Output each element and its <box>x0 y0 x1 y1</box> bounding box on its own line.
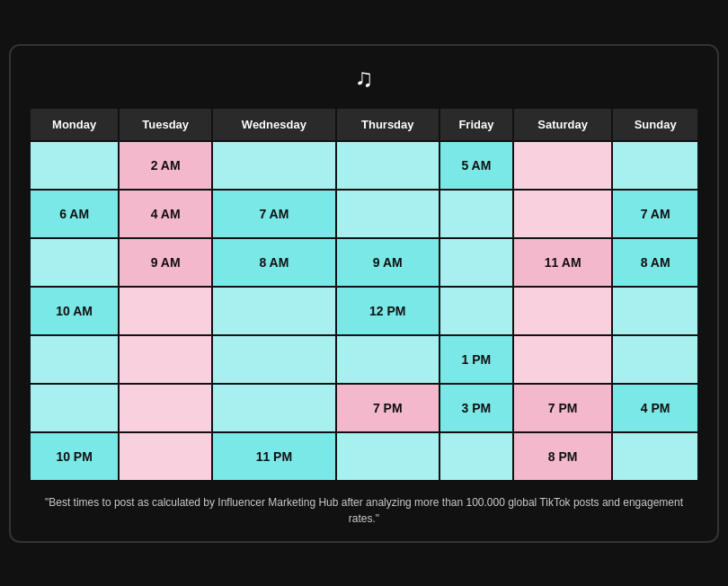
footer-text: "Best times to post as calculated by Inf… <box>29 494 699 527</box>
table-cell <box>513 335 612 384</box>
table-cell: 5 AM <box>439 141 513 190</box>
col-header-saturday: Saturday <box>513 108 612 141</box>
tiktok-logo-icon: ♫ <box>29 64 699 93</box>
table-cell: 7 AM <box>212 190 336 238</box>
table-cell <box>513 190 612 238</box>
col-header-sunday: Sunday <box>612 108 698 141</box>
header-row: MondayTuesdayWednesdayThursdayFridaySatu… <box>30 108 698 141</box>
schedule-table: MondayTuesdayWednesdayThursdayFridaySatu… <box>29 107 699 482</box>
table-cell <box>612 141 698 190</box>
table-cell <box>612 335 698 384</box>
table-cell: 12 PM <box>336 287 439 335</box>
header: ♫ <box>29 64 699 93</box>
table-cell <box>119 335 212 384</box>
table-cell: 4 AM <box>119 190 212 238</box>
table-cell <box>612 287 698 335</box>
table-cell <box>513 141 612 190</box>
table-cell <box>439 287 513 335</box>
table-cell <box>119 384 212 432</box>
col-header-wednesday: Wednesday <box>212 108 336 141</box>
table-cell: 8 AM <box>212 238 336 287</box>
table-cell: 3 PM <box>439 384 513 432</box>
table-cell <box>30 335 119 384</box>
table-cell: 7 PM <box>513 384 612 432</box>
col-header-tuesday: Tuesday <box>119 108 212 141</box>
col-header-thursday: Thursday <box>336 108 439 141</box>
table-cell <box>439 190 513 238</box>
table-cell: 1 PM <box>439 335 513 384</box>
table-cell: 8 PM <box>513 432 612 481</box>
table-row: 10 PM11 PM8 PM <box>30 432 698 481</box>
table-cell <box>212 287 336 335</box>
table-cell: 10 PM <box>30 432 119 481</box>
table-cell: 6 AM <box>30 190 119 238</box>
table-cell <box>336 432 439 481</box>
table-cell <box>212 335 336 384</box>
table-cell <box>212 141 336 190</box>
table-header: MondayTuesdayWednesdayThursdayFridaySatu… <box>30 108 698 141</box>
table-cell: 9 AM <box>336 238 439 287</box>
table-cell <box>30 384 119 432</box>
table-cell <box>439 238 513 287</box>
table-row: 1 PM <box>30 335 698 384</box>
table-cell: 7 AM <box>612 190 698 238</box>
table-row: 9 AM8 AM9 AM11 AM8 AM <box>30 238 698 287</box>
table-cell: 4 PM <box>612 384 698 432</box>
table-cell: 10 AM <box>30 287 119 335</box>
table-row: 10 AM12 PM <box>30 287 698 335</box>
table-cell <box>336 141 439 190</box>
table-cell: 2 AM <box>119 141 212 190</box>
table-cell <box>612 432 698 481</box>
table-row: 7 PM3 PM7 PM4 PM <box>30 384 698 432</box>
col-header-monday: Monday <box>30 108 119 141</box>
table-cell <box>336 190 439 238</box>
table-cell <box>336 335 439 384</box>
table-cell: 7 PM <box>336 384 439 432</box>
table-cell <box>119 287 212 335</box>
table-cell <box>439 432 513 481</box>
table-cell <box>513 287 612 335</box>
table-cell: 8 AM <box>612 238 698 287</box>
col-header-friday: Friday <box>439 108 513 141</box>
table-cell <box>30 238 119 287</box>
table-row: 2 AM5 AM <box>30 141 698 190</box>
main-card: ♫ MondayTuesdayWednesdayThursdayFridaySa… <box>9 44 719 543</box>
table-cell: 11 PM <box>212 432 336 481</box>
table-cell <box>119 432 212 481</box>
table-body: 2 AM5 AM6 AM4 AM7 AM7 AM9 AM8 AM9 AM11 A… <box>30 141 698 481</box>
table-row: 6 AM4 AM7 AM7 AM <box>30 190 698 238</box>
table-cell: 9 AM <box>119 238 212 287</box>
table-cell <box>30 141 119 190</box>
table-cell: 11 AM <box>513 238 612 287</box>
table-cell <box>212 384 336 432</box>
